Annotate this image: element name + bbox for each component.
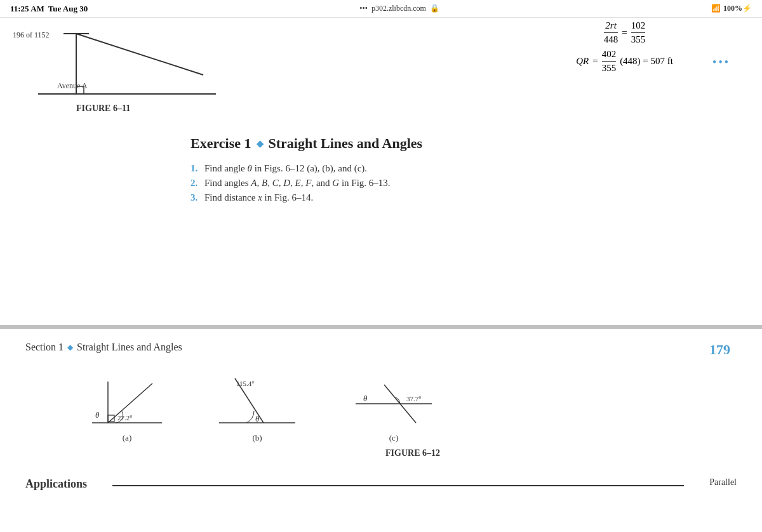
applications-title: Applications (25, 477, 87, 491)
figure-6-11-svg (25, 24, 216, 107)
section-diamond: ◆ (67, 343, 73, 352)
exercise-item-2: 2. Find angles A, B, C, D, E, F, and G i… (190, 178, 572, 189)
svg-line-2 (76, 34, 203, 75)
parallel-label: Parallel (709, 477, 737, 488)
exercise-list: 1. Find angle θ in Figs. 6–12 (a), (b), … (190, 163, 572, 203)
item-2-num: 2. (190, 178, 201, 189)
url[interactable]: p302.zlibcdn.com (371, 4, 426, 13)
math-line-1: 2rt 448 = 102 355 (576, 20, 673, 45)
svg-text:θ: θ (363, 394, 368, 403)
page-lower: Section 1 ◆ Straight Lines and Angles 17… (0, 329, 762, 532)
qr-fraction: 402 355 (602, 49, 617, 74)
item-1-num: 1. (190, 163, 201, 174)
numerator-top-2: 102 (631, 20, 646, 33)
url-dots: ••• (359, 4, 368, 13)
figure-b: 115.4° θ (b) (216, 372, 298, 443)
svg-text:115.4°: 115.4° (236, 380, 255, 387)
qr-label: QR (576, 56, 589, 67)
status-bar: 11:25 AM Tue Aug 30 ••• p302.zlibcdn.com… (0, 0, 762, 18)
item-3-text: Find distance x in Fig. 6–14. (204, 192, 313, 203)
wifi-icon: 📶 (711, 4, 721, 13)
numerator-top: 2rt (604, 20, 618, 33)
exercise-title-text: Straight Lines and Angles (269, 135, 423, 152)
figure-b-svg: 115.4° θ (216, 372, 298, 429)
qr-num: 402 (602, 49, 617, 62)
figure-c-label: (c) (389, 433, 398, 443)
denominator-bottom-2: 355 (631, 33, 646, 45)
svg-text:27.2°: 27.2° (117, 414, 133, 422)
applications-underline (112, 485, 684, 486)
fraction-right: 102 355 (631, 20, 646, 45)
math-content: 2rt 448 = 102 355 QR = 402 355 (448) = 5… (576, 18, 673, 76)
item-1-text: Find angle θ in Figs. 6–12 (a), (b), and… (204, 163, 367, 174)
section-title: Straight Lines and Angles (77, 342, 182, 353)
diamond-icon: ◆ (257, 138, 264, 149)
section-header: Section 1 ◆ Straight Lines and Angles (25, 342, 737, 353)
figure-12-caption: FIGURE 6–12 (89, 448, 737, 458)
battery: 100%⚡ (723, 4, 752, 13)
figure-a-svg: θ 27.2° (89, 372, 165, 429)
time: 11:25 AM (10, 4, 44, 14)
fraction-left: 2rt 448 (604, 20, 618, 45)
figures-row: θ 27.2° (a) 115.4° θ (89, 372, 737, 443)
applications-label: Applications (25, 477, 87, 491)
section-label: Section 1 (25, 342, 64, 353)
svg-text:θ: θ (95, 410, 100, 420)
exercise-label: Exercise 1 (190, 135, 251, 152)
svg-text:θ: θ (255, 414, 260, 423)
qr-den: 355 (602, 62, 617, 74)
lock-icon: 🔒 (430, 4, 439, 13)
figure-c-svg: θ 37.7° (349, 378, 438, 429)
equals-2: = (592, 56, 598, 67)
figure-drawing: Avenue A (25, 24, 235, 100)
item-2-text: Find angles A, B, C, D, E, F, and G in F… (204, 178, 391, 189)
figure-b-label: (b) (252, 433, 262, 443)
figure-c: θ 37.7° (c) (349, 378, 438, 443)
page-number: 179 (709, 342, 730, 358)
day: Tue Aug 30 (48, 4, 88, 14)
exercise-item-1: 1. Find angle θ in Figs. 6–12 (a), (b), … (190, 163, 572, 174)
figure-a-label: (a) (123, 433, 131, 443)
exercise-section: Exercise 1 ◆ Straight Lines and Angles 1… (190, 135, 572, 207)
status-bar-right: 📶 100%⚡ (711, 4, 752, 13)
applications-section: Applications Parallel (25, 471, 737, 491)
item-3-num: 3. (190, 192, 201, 203)
math-qr-line: QR = 402 355 (448) = 507 ft (576, 49, 673, 74)
equals-sign: = (622, 27, 627, 38)
status-bar-center: ••• p302.zlibcdn.com 🔒 (359, 4, 439, 13)
page-upper: 196 of 1152 Avenue A FIGURE 6–11 (0, 18, 762, 329)
denominator-bottom: 448 (604, 33, 618, 45)
exercise-item-3: 3. Find distance x in Fig. 6–14. (190, 192, 572, 203)
avenue-label: Avenue A (57, 81, 87, 91)
status-bar-left: 11:25 AM Tue Aug 30 (10, 4, 88, 14)
qr-val: (448) = 507 ft (620, 56, 673, 67)
figure-6-11-area: Avenue A FIGURE 6–11 (13, 18, 235, 114)
exercise-title: Exercise 1 ◆ Straight Lines and Angles (190, 135, 572, 152)
svg-text:37.7°: 37.7° (406, 395, 422, 402)
dots-menu[interactable]: ••• (712, 56, 730, 69)
figure-a: θ 27.2° (a) (89, 372, 165, 443)
